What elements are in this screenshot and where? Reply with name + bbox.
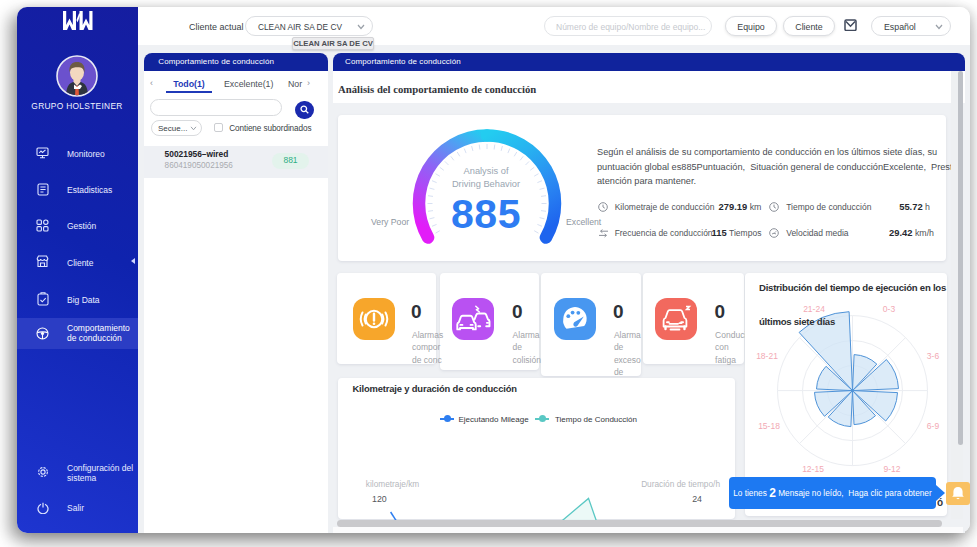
- svg-text:12-15: 12-15: [802, 464, 824, 474]
- svg-text:6-9: 6-9: [927, 421, 940, 431]
- svg-text:21-24: 21-24: [803, 304, 825, 314]
- svg-text:0-3: 0-3: [883, 304, 896, 314]
- svg-text:18-21: 18-21: [756, 351, 778, 361]
- svg-text:9-12: 9-12: [883, 464, 900, 474]
- svg-text:15-18: 15-18: [758, 421, 780, 431]
- svg-text:3-6: 3-6: [927, 351, 940, 361]
